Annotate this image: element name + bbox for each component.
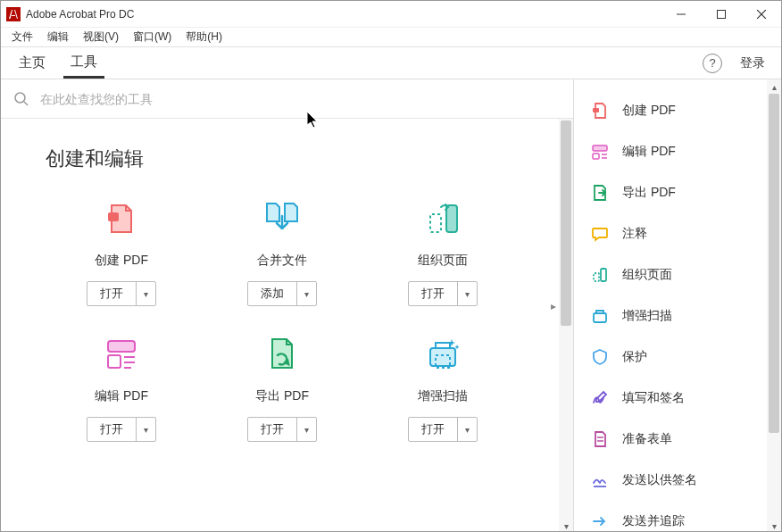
tool-dropdown[interactable]: ▾ — [457, 282, 477, 305]
tool-dropdown[interactable]: ▾ — [296, 282, 316, 305]
svg-rect-6 — [108, 212, 119, 221]
sidebar-item-send-track[interactable]: 发送并追踪 — [574, 501, 781, 532]
menu-edit[interactable]: 编辑 — [40, 28, 76, 46]
tool-open-button[interactable]: 打开 — [409, 282, 457, 305]
sidebar-scrollbar[interactable]: ▴ ▾ — [767, 79, 781, 532]
sidebar-item-organize-pages[interactable]: 组织页面 — [574, 254, 781, 295]
tool-dropdown[interactable]: ▾ — [457, 418, 477, 441]
scrollbar-thumb[interactable] — [769, 94, 779, 433]
help-icon[interactable]: ? — [703, 54, 722, 73]
sidebar-item-label: 发送以供签名 — [622, 472, 697, 488]
scrollbar-thumb[interactable] — [561, 121, 571, 326]
menu-file[interactable]: 文件 — [4, 28, 40, 46]
tool-open-button[interactable]: 打开 — [409, 418, 457, 441]
tool-dropdown[interactable]: ▾ — [136, 418, 155, 441]
tool-label: 编辑 PDF — [95, 388, 148, 404]
sidebar-item-export-pdf[interactable]: 导出 PDF — [574, 172, 781, 213]
menu-view[interactable]: 视图(V) — [76, 28, 126, 46]
tool-card-organize-pages: 组织页面 打开▾ — [367, 197, 519, 306]
sidebar-item-label: 导出 PDF — [622, 185, 676, 201]
app-icon — [6, 7, 21, 21]
combine-files-icon — [261, 197, 304, 240]
export-pdf-icon — [590, 183, 610, 203]
section-title: 创建和编辑 — [46, 145, 555, 172]
sidebar-item-label: 填写和签名 — [622, 390, 685, 406]
sidebar-item-enhance-scans[interactable]: 增强扫描 — [574, 295, 781, 337]
enhance-scans-icon — [421, 333, 464, 376]
minimize-button[interactable] — [661, 1, 701, 28]
sidebar-item-label: 组织页面 — [622, 267, 672, 283]
login-button[interactable]: 登录 — [735, 52, 770, 75]
svg-rect-16 — [593, 108, 599, 112]
app-title: Adobe Acrobat Pro DC — [26, 8, 661, 21]
main-panel: 创建和编辑 创建 PDF 打开▾ 合并文件 添加▾ — [1, 79, 574, 532]
tool-label: 合并文件 — [257, 253, 307, 269]
tool-open-button[interactable]: 打开 — [87, 418, 136, 441]
comment-icon — [590, 224, 610, 244]
menu-window[interactable]: 窗口(W) — [126, 28, 179, 46]
svg-rect-8 — [430, 214, 441, 232]
tool-dropdown[interactable]: ▾ — [296, 418, 316, 441]
create-pdf-icon — [590, 101, 610, 121]
svg-rect-9 — [108, 341, 135, 352]
tool-open-button[interactable]: 打开 — [87, 282, 136, 305]
sidebar-item-label: 创建 PDF — [622, 103, 676, 119]
tab-bar: 主页 工具 ? 登录 — [1, 47, 781, 79]
tab-tools[interactable]: 工具 — [63, 48, 104, 79]
svg-rect-22 — [594, 273, 599, 281]
title-bar: Adobe Acrobat Pro DC — [1, 1, 781, 28]
svg-line-5 — [24, 102, 28, 105]
menu-bar: 文件 编辑 视图(V) 窗口(W) 帮助(H) — [1, 28, 781, 47]
tool-card-edit-pdf: 编辑 PDF 打开▾ — [46, 333, 197, 442]
svg-rect-1 — [717, 10, 725, 18]
svg-rect-14 — [430, 348, 455, 366]
main-scrollbar[interactable]: ▴ ▾ — [559, 119, 573, 532]
send-track-icon — [590, 511, 610, 531]
svg-rect-21 — [601, 269, 606, 281]
tool-open-button[interactable]: 打开 — [248, 418, 296, 441]
tool-add-button[interactable]: 添加 — [248, 282, 296, 305]
sidebar: 创建 PDF 编辑 PDF 导出 PDF 注释 组织页面 增强扫描 — [574, 79, 781, 532]
tool-card-enhance-scans: 增强扫描 打开▾ — [367, 333, 519, 442]
svg-rect-17 — [593, 145, 607, 151]
search-bar — [1, 79, 573, 119]
organize-pages-icon — [421, 197, 464, 240]
sidebar-item-comment[interactable]: 注释 — [574, 213, 781, 254]
maximize-button[interactable] — [701, 1, 741, 28]
svg-point-4 — [15, 93, 25, 103]
sidebar-item-label: 准备表单 — [622, 431, 672, 447]
sidebar-item-label: 增强扫描 — [622, 308, 672, 324]
scroll-down-icon[interactable]: ▾ — [559, 519, 573, 532]
svg-rect-18 — [593, 154, 599, 159]
scroll-up-icon[interactable]: ▴ — [767, 79, 781, 94]
collapse-sidebar-icon[interactable]: ▸ — [549, 295, 558, 318]
edit-pdf-icon — [100, 333, 143, 376]
tool-dropdown[interactable]: ▾ — [136, 282, 155, 305]
close-button[interactable] — [741, 1, 781, 28]
sidebar-item-edit-pdf[interactable]: 编辑 PDF — [574, 131, 781, 172]
tool-card-create-pdf: 创建 PDF 打开▾ — [46, 197, 197, 306]
sidebar-item-label: 编辑 PDF — [622, 144, 676, 160]
search-input[interactable] — [40, 92, 561, 106]
menu-help[interactable]: 帮助(H) — [179, 28, 229, 46]
tool-label: 导出 PDF — [255, 388, 309, 404]
create-pdf-icon — [100, 197, 143, 240]
sidebar-item-label: 发送并追踪 — [622, 513, 685, 529]
prepare-form-icon — [590, 429, 610, 449]
export-pdf-icon — [261, 333, 304, 376]
tool-label: 创建 PDF — [95, 253, 148, 269]
scroll-down-icon[interactable]: ▾ — [767, 519, 781, 532]
sidebar-item-label: 保护 — [622, 349, 647, 365]
svg-rect-7 — [446, 205, 457, 232]
fill-sign-icon — [590, 388, 610, 408]
tool-card-combine-files: 合并文件 添加▾ — [206, 197, 358, 306]
sidebar-item-create-pdf[interactable]: 创建 PDF — [574, 90, 781, 131]
sidebar-item-send-for-signature[interactable]: 发送以供签名 — [574, 460, 781, 501]
enhance-scans-icon — [590, 306, 610, 326]
sidebar-item-fill-sign[interactable]: 填写和签名 — [574, 378, 781, 419]
sidebar-item-protect[interactable]: 保护 — [574, 337, 781, 378]
sidebar-item-prepare-form[interactable]: 准备表单 — [574, 419, 781, 460]
tab-home[interactable]: 主页 — [12, 49, 53, 77]
tool-label: 增强扫描 — [418, 388, 468, 404]
svg-rect-23 — [594, 313, 606, 322]
